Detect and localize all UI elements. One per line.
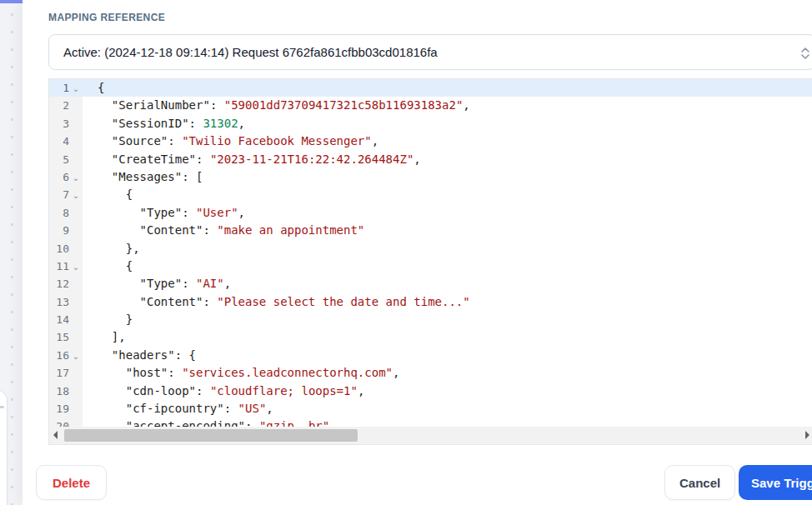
line-number: 5	[49, 151, 69, 168]
gutter: 16⌄	[49, 347, 83, 364]
code-rows[interactable]: 1⌄{2 "SerialNumber": "59001dd73709417321…	[49, 79, 812, 427]
gutter: 1⌄	[49, 79, 83, 97]
gutter: 7⌄	[49, 186, 83, 203]
gutter: 18	[49, 382, 83, 400]
save-trigger-button[interactable]: Save Trigger	[739, 465, 812, 500]
gutter: 14	[49, 311, 83, 328]
fold-chevron-icon[interactable]: ⌄	[69, 186, 83, 203]
scroll-right-icon[interactable]	[805, 431, 809, 439]
reference-select-value: Active: (2024-12-18 09:14:14) Request 67…	[63, 45, 438, 59]
gutter: 6⌄	[49, 168, 83, 186]
code-line: 19 "cf-ipcountry": "US",	[49, 400, 812, 418]
code-line: 3 "SessionID": 31302,	[49, 115, 812, 132]
code-line: 6⌄ "Messages": [	[49, 168, 812, 186]
code-text: }	[83, 311, 133, 328]
line-number: 12	[49, 275, 69, 292]
gutter: 11⌄	[49, 258, 83, 275]
scroll-thumb[interactable]	[64, 429, 358, 442]
fold-spacer	[69, 132, 83, 150]
gutter: 2	[49, 97, 83, 114]
code-text: {	[83, 186, 133, 203]
line-number: 10	[49, 240, 69, 258]
code-line: 5 "CreateTime": "2023-11-21T16:22:42.264…	[49, 151, 812, 168]
fold-chevron-icon[interactable]: ⌄	[69, 168, 83, 186]
code-text: "Type": "AI",	[83, 275, 231, 292]
code-text: "cdn-loop": "cloudflare; loops=1",	[83, 382, 364, 400]
code-line: 15 ],	[49, 328, 812, 346]
gutter: 8	[49, 204, 83, 222]
line-number: 7	[49, 186, 69, 203]
json-editor[interactable]: 1⌄{2 "SerialNumber": "59001dd73709417321…	[48, 78, 812, 445]
line-number: 13	[49, 293, 69, 311]
trigger-modal: MAPPING REFERENCE Active: (2024-12-18 09…	[23, 0, 812, 505]
workflow-node-card-line	[0, 406, 4, 408]
gutter: 15	[49, 328, 83, 346]
gutter: 9	[49, 222, 83, 239]
fold-spacer	[69, 364, 83, 382]
mapping-reference-label: MAPPING REFERENCE	[48, 12, 165, 23]
fold-spacer	[69, 204, 83, 222]
line-number: 17	[49, 364, 69, 382]
code-text: "Source": "Twilio Facebook Messenger",	[83, 132, 378, 150]
code-text: "CreateTime": "2023-11-21T16:22:42.26448…	[83, 151, 421, 168]
code-line: 17 "host": "services.leadconnectorhq.com…	[49, 364, 812, 382]
fold-chevron-icon[interactable]: ⌄	[69, 79, 83, 97]
code-line: 18 "cdn-loop": "cloudflare; loops=1",	[49, 382, 812, 400]
gutter: 17	[49, 364, 83, 382]
gutter: 19	[49, 400, 83, 418]
line-number: 9	[49, 222, 69, 239]
h-scrollbar[interactable]	[49, 427, 812, 444]
code-line: 12 "Type": "AI",	[49, 275, 812, 292]
fold-spacer	[69, 418, 83, 427]
code-text: "accept-encoding": "gzip, br",	[83, 418, 337, 427]
code-text: {	[83, 258, 133, 275]
fold-spacer	[69, 115, 83, 132]
fold-spacer	[69, 293, 83, 311]
code-line: 16⌄ "headers": {	[49, 347, 812, 364]
line-number: 8	[49, 204, 69, 222]
fold-chevron-icon[interactable]: ⌄	[69, 347, 83, 364]
code-text: "cf-ipcountry": "US",	[83, 400, 273, 418]
line-number: 20	[49, 418, 69, 427]
fold-spacer	[69, 240, 83, 258]
line-number: 6	[49, 168, 69, 186]
gutter: 20	[49, 418, 83, 427]
fold-spacer	[69, 275, 83, 292]
reference-select[interactable]: Active: (2024-12-18 09:14:14) Request 67…	[48, 34, 812, 70]
gutter: 12	[49, 275, 83, 292]
line-number: 15	[49, 328, 69, 346]
gutter: 10	[49, 240, 83, 258]
code-line: 1⌄{	[49, 79, 812, 97]
code-text: "Content": "make an appointment"	[83, 222, 364, 239]
gutter: 5	[49, 151, 83, 168]
code-text: "Messages": [	[83, 168, 203, 186]
code-text: "Type": "User",	[83, 204, 245, 222]
cancel-button[interactable]: Cancel	[664, 465, 735, 500]
fold-spacer	[69, 151, 83, 168]
gutter: 4	[49, 132, 83, 150]
line-number: 1	[49, 79, 69, 97]
line-number: 19	[49, 400, 69, 418]
scroll-left-icon[interactable]	[53, 431, 58, 439]
code-text: "host": "services.leadconnectorhq.com",	[83, 364, 399, 382]
code-text: ],	[83, 328, 126, 346]
workflow-canvas-strip	[0, 0, 23, 505]
line-number: 14	[49, 311, 69, 328]
code-line: 7⌄ {	[49, 186, 812, 203]
gutter: 13	[49, 293, 83, 311]
line-number: 18	[49, 382, 69, 400]
code-line: 4 "Source": "Twilio Facebook Messenger",	[49, 132, 812, 150]
code-line: 14 }	[49, 311, 812, 328]
code-line: 13 "Content": "Please select the date an…	[49, 293, 812, 311]
line-number: 4	[49, 132, 69, 150]
code-line: 2 "SerialNumber": "59001dd73709417321c58…	[49, 97, 812, 114]
fold-chevron-icon[interactable]: ⌄	[69, 258, 83, 275]
code-line: 20 "accept-encoding": "gzip, br",	[49, 418, 812, 427]
code-line: 8 "Type": "User",	[49, 204, 812, 222]
fold-spacer	[69, 328, 83, 346]
fold-spacer	[69, 382, 83, 400]
fold-spacer	[69, 400, 83, 418]
delete-button[interactable]: Delete	[36, 465, 107, 500]
code-text: {	[83, 79, 104, 97]
line-number: 11	[49, 258, 69, 275]
